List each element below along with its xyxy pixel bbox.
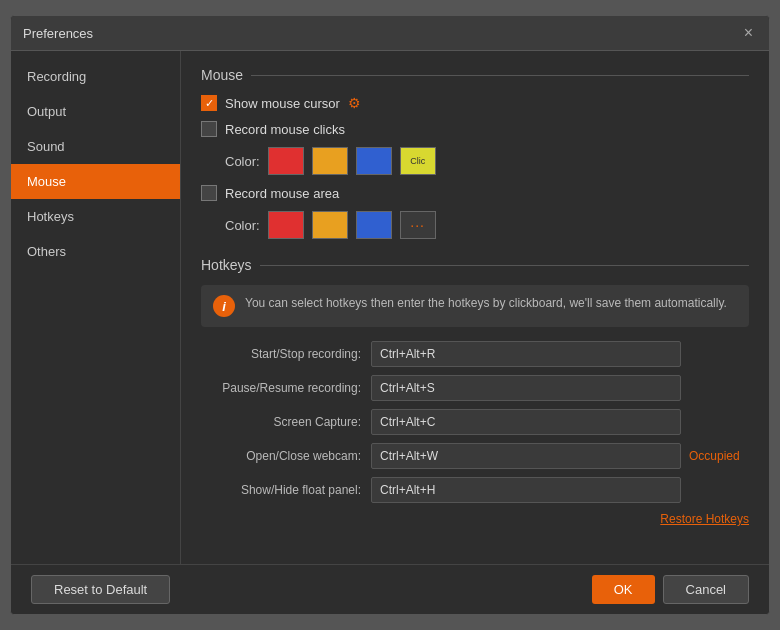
- area-color-blue[interactable]: [356, 211, 392, 239]
- sidebar-item-sound[interactable]: Sound: [11, 129, 180, 164]
- click-color-yellow[interactable]: Clic: [400, 147, 436, 175]
- area-color-row: Color:: [201, 211, 749, 239]
- hotkey-row-startstop: Start/Stop recording:: [201, 341, 749, 367]
- hotkey-label-screencapture: Screen Capture:: [201, 415, 371, 429]
- sidebar-item-hotkeys[interactable]: Hotkeys: [11, 199, 180, 234]
- click-color-red[interactable]: [268, 147, 304, 175]
- record-area-row: Record mouse area: [201, 185, 749, 201]
- hotkey-label-floatpanel: Show/Hide float panel:: [201, 483, 371, 497]
- click-color-label: Color:: [225, 154, 260, 169]
- close-button[interactable]: ×: [740, 24, 757, 42]
- show-cursor-checkbox[interactable]: [201, 95, 217, 111]
- hotkeys-section: Hotkeys i You can select hotkeys then en…: [201, 257, 749, 526]
- area-color-orange[interactable]: [312, 211, 348, 239]
- sidebar-item-others[interactable]: Others: [11, 234, 180, 269]
- hotkey-row-floatpanel: Show/Hide float panel:: [201, 477, 749, 503]
- click-color-blue[interactable]: [356, 147, 392, 175]
- record-clicks-row: Record mouse clicks: [201, 121, 749, 137]
- area-color-red[interactable]: [268, 211, 304, 239]
- hotkey-label-startstop: Start/Stop recording:: [201, 347, 371, 361]
- mouse-section-title: Mouse: [201, 67, 749, 83]
- show-cursor-label: Show mouse cursor: [225, 96, 340, 111]
- footer: Reset to Default OK Cancel: [11, 564, 769, 614]
- gear-icon[interactable]: ⚙: [348, 95, 361, 111]
- sidebar-item-output[interactable]: Output: [11, 94, 180, 129]
- click-color-orange[interactable]: [312, 147, 348, 175]
- area-color-dotted[interactable]: [400, 211, 436, 239]
- hotkey-input-screencapture[interactable]: [371, 409, 681, 435]
- record-clicks-checkbox[interactable]: [201, 121, 217, 137]
- restore-hotkeys-link[interactable]: Restore Hotkeys: [660, 512, 749, 526]
- hotkeys-info-box: i You can select hotkeys then enter the …: [201, 285, 749, 327]
- occupied-webcam: Occupied: [689, 449, 749, 463]
- reset-button[interactable]: Reset to Default: [31, 575, 170, 604]
- main-content: Mouse Show mouse cursor ⚙ Record mouse c…: [181, 51, 769, 564]
- titlebar: Preferences ×: [11, 16, 769, 51]
- record-clicks-label: Record mouse clicks: [225, 122, 345, 137]
- hotkey-input-pauseresume[interactable]: [371, 375, 681, 401]
- cancel-button[interactable]: Cancel: [663, 575, 749, 604]
- dialog-body: Recording Output Sound Mouse Hotkeys Oth…: [11, 51, 769, 564]
- hotkey-row-webcam: Open/Close webcam: Occupied: [201, 443, 749, 469]
- hotkeys-info-text: You can select hotkeys then enter the ho…: [245, 295, 727, 312]
- info-icon: i: [213, 295, 235, 317]
- area-color-label: Color:: [225, 218, 260, 233]
- click-color-row: Color: Clic: [201, 147, 749, 175]
- record-area-checkbox[interactable]: [201, 185, 217, 201]
- hotkey-row-pauseresume: Pause/Resume recording:: [201, 375, 749, 401]
- hotkey-label-pauseresume: Pause/Resume recording:: [201, 381, 371, 395]
- show-cursor-row: Show mouse cursor ⚙: [201, 95, 749, 111]
- sidebar: Recording Output Sound Mouse Hotkeys Oth…: [11, 51, 181, 564]
- preferences-dialog: Preferences × Recording Output Sound Mou…: [10, 15, 770, 615]
- sidebar-item-recording[interactable]: Recording: [11, 59, 180, 94]
- record-area-label: Record mouse area: [225, 186, 339, 201]
- sidebar-item-mouse[interactable]: Mouse: [11, 164, 180, 199]
- hotkey-input-startstop[interactable]: [371, 341, 681, 367]
- hotkeys-section-title: Hotkeys: [201, 257, 749, 273]
- ok-button[interactable]: OK: [592, 575, 655, 604]
- dialog-title: Preferences: [23, 26, 93, 41]
- hotkey-input-floatpanel[interactable]: [371, 477, 681, 503]
- hotkey-row-screencapture: Screen Capture:: [201, 409, 749, 435]
- hotkey-input-webcam[interactable]: [371, 443, 681, 469]
- hotkey-label-webcam: Open/Close webcam:: [201, 449, 371, 463]
- footer-right: OK Cancel: [592, 575, 749, 604]
